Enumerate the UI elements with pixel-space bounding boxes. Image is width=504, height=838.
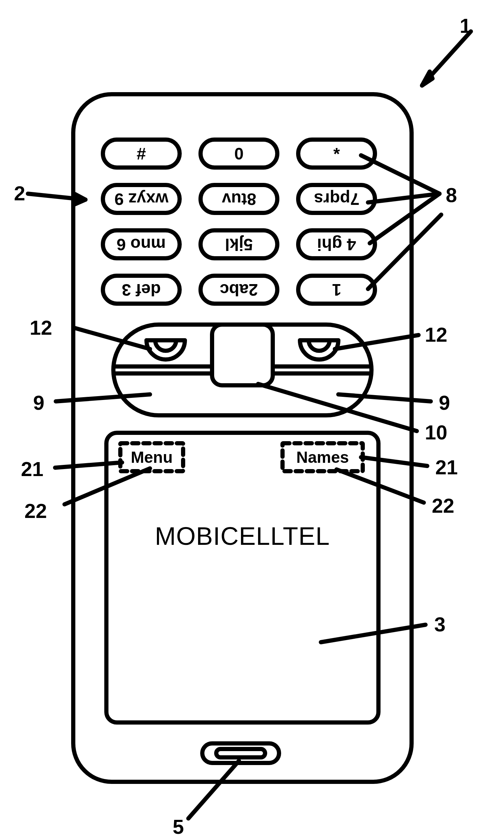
key-4-label: 4 ghi xyxy=(298,230,375,258)
leader-10 xyxy=(258,384,417,431)
svg-line-21 xyxy=(338,394,431,401)
key-1-label: 1 xyxy=(298,276,375,304)
ref-5: 5 xyxy=(173,815,184,838)
center-button[interactable] xyxy=(212,325,273,385)
ref-22-left: 22 xyxy=(24,499,47,522)
ref-9-right: 9 xyxy=(439,391,450,414)
leader-1 xyxy=(422,31,471,86)
key-9-label: wxyz 9 xyxy=(103,185,180,213)
screen-brand: MOBICELLTEL xyxy=(106,522,378,550)
call-icon-right xyxy=(300,340,338,359)
ref-3: 3 xyxy=(434,613,445,636)
call-icon-left xyxy=(146,340,185,359)
leader-2 xyxy=(28,194,85,205)
ref-9-left: 9 xyxy=(33,391,44,414)
key-5-label: 5jkl xyxy=(201,230,277,258)
ref-10: 10 xyxy=(425,421,447,444)
svg-line-28 xyxy=(188,761,239,818)
ref-1: 1 xyxy=(460,14,471,37)
softkey-left-label: Menu xyxy=(120,443,183,471)
ref-12-left: 12 xyxy=(30,316,52,339)
ref-21-right: 21 xyxy=(435,455,458,479)
key-hash-label: # xyxy=(103,140,180,168)
svg-line-17 xyxy=(368,215,441,289)
ref-12-right: 12 xyxy=(425,323,447,346)
svg-line-22 xyxy=(258,384,417,431)
svg-line-19 xyxy=(335,335,419,349)
key-0-label: 0 xyxy=(201,140,277,168)
key-6-label: mno 6 xyxy=(103,230,180,258)
leader-9-left xyxy=(56,394,150,401)
key-3-label: def 3 xyxy=(103,276,180,304)
leader-21-right xyxy=(361,457,427,466)
key-8-label: 8tuv xyxy=(201,185,277,213)
leader-5 xyxy=(188,761,239,818)
figure-svg xyxy=(0,0,504,838)
leader-21-left xyxy=(55,462,122,468)
softkey-right-label: Names xyxy=(283,443,363,471)
leader-9-right xyxy=(338,394,431,401)
svg-line-25 xyxy=(361,457,427,466)
key-star-label: * xyxy=(298,140,375,168)
ref-21-left: 21 xyxy=(21,457,44,481)
ref-8: 8 xyxy=(446,183,457,207)
leader-8 xyxy=(361,155,441,289)
leader-12-right xyxy=(335,335,419,349)
display xyxy=(106,433,378,722)
key-2-label: 2abc xyxy=(201,276,277,304)
patent-figure: # 0 * wxyz 9 8tuv 7pqrs mno 6 5jkl 4 ghi… xyxy=(0,0,504,838)
svg-line-20 xyxy=(56,394,150,401)
svg-line-23 xyxy=(55,462,122,468)
svg-marker-13 xyxy=(74,194,85,205)
key-7-label: 7pqrs xyxy=(298,185,375,213)
ref-2: 2 xyxy=(14,181,25,205)
svg-marker-11 xyxy=(422,72,432,86)
ref-22-right: 22 xyxy=(432,494,454,517)
svg-rect-1 xyxy=(216,749,265,757)
